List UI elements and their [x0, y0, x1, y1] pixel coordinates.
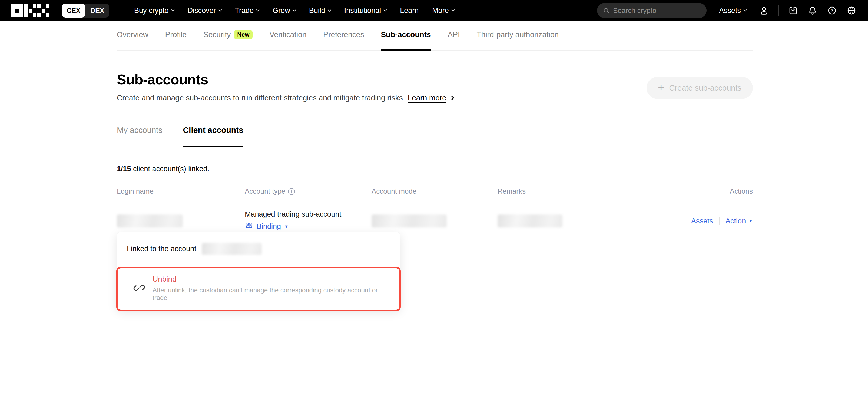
linked-account-row: Linked to the account: [117, 232, 400, 267]
cex-dex-toggle: CEX DEX: [62, 3, 109, 18]
info-icon[interactable]: i: [288, 188, 295, 195]
header-divider: [122, 5, 122, 16]
tab-client-accounts[interactable]: Client accounts: [183, 125, 243, 147]
col-account-mode: Account mode: [372, 187, 498, 195]
toggle-dex[interactable]: DEX: [86, 3, 109, 18]
login-name-cell: [117, 215, 245, 227]
actions-cell: Assets Action ▼: [644, 217, 753, 225]
remarks-cell: [498, 215, 644, 227]
nav-institutional[interactable]: Institutional: [344, 6, 387, 15]
chevron-down-icon: [256, 8, 259, 12]
account-mode-cell: [372, 215, 498, 227]
help-icon[interactable]: ?: [827, 5, 837, 16]
col-login-name: Login name: [117, 187, 245, 195]
settings-tab-bar: Overview Profile Security New Verificati…: [117, 21, 753, 51]
tab-overview[interactable]: Overview: [117, 30, 149, 51]
tab-profile[interactable]: Profile: [165, 30, 187, 51]
table-row: Managed trading sub-account Binding ▼ As…: [117, 209, 753, 234]
tab-my-accounts[interactable]: My accounts: [117, 125, 162, 147]
tab-third-party-authorization[interactable]: Third-party authorization: [477, 30, 559, 51]
nav-discover[interactable]: Discover: [188, 6, 221, 15]
chevron-down-icon: [328, 8, 331, 12]
binding-dropdown-panel: Linked to the account Unbind After unlin…: [117, 232, 400, 309]
nav-build[interactable]: Build: [309, 6, 331, 15]
profile-icon[interactable]: [759, 5, 769, 16]
linked-count: 1/15 client account(s) linked.: [117, 165, 753, 173]
triangle-down-icon: ▼: [284, 224, 288, 229]
svg-text:?: ?: [831, 8, 833, 13]
binding-dropdown-trigger[interactable]: Binding ▼: [245, 221, 288, 232]
people-icon: [245, 221, 253, 232]
table-header-row: Login name Account type i Account mode R…: [117, 187, 753, 195]
unbind-menu-item[interactable]: Unbind After unlink, the custodian can't…: [116, 267, 401, 311]
settings-content: Overview Profile Security New Verificati…: [117, 21, 753, 234]
okx-logo-k: [24, 4, 36, 17]
toggle-cex[interactable]: CEX: [62, 3, 86, 18]
chevron-down-icon: [171, 8, 175, 12]
nav-more[interactable]: More: [432, 6, 454, 15]
header-divider: [778, 5, 779, 16]
nav-learn[interactable]: Learn: [400, 6, 418, 15]
chevron-down-icon: [218, 8, 222, 12]
unlink-icon: [133, 282, 146, 295]
unbind-description: After unlink, the custodian can't manage…: [153, 286, 391, 302]
col-actions: Actions: [644, 187, 753, 195]
nav-grow[interactable]: Grow: [273, 6, 296, 15]
chevron-down-icon: [743, 8, 747, 12]
unbind-label: Unbind: [153, 275, 391, 283]
tab-verification[interactable]: Verification: [269, 30, 306, 51]
nav-trade[interactable]: Trade: [235, 6, 259, 15]
header-right-cluster: Assets ?: [597, 3, 857, 18]
redacted-account-mode: [372, 215, 447, 227]
account-type-cell: Managed trading sub-account Binding ▼: [245, 210, 372, 232]
chevron-down-icon: [383, 8, 387, 12]
search-input[interactable]: [613, 6, 701, 15]
create-sub-accounts-button[interactable]: + Create sub-accounts: [647, 77, 753, 99]
new-badge: New: [234, 30, 253, 39]
col-account-type: Account type i: [245, 187, 372, 195]
col-remarks: Remarks: [498, 187, 644, 195]
page-header: Sub-accounts Create and manage sub-accou…: [117, 71, 753, 102]
notifications-bell-icon[interactable]: [807, 5, 818, 16]
chevron-down-icon: [451, 8, 455, 12]
okx-logo[interactable]: [11, 4, 49, 17]
tab-security[interactable]: Security New: [203, 30, 253, 51]
tab-preferences[interactable]: Preferences: [323, 30, 364, 51]
account-type-value: Managed trading sub-account: [245, 210, 372, 219]
download-app-icon[interactable]: [788, 5, 798, 16]
redacted-remarks: [498, 215, 562, 227]
actions-divider: [719, 217, 719, 225]
main-nav: Buy crypto Discover Trade Grow Build Ins…: [134, 6, 454, 15]
action-dropdown-trigger[interactable]: Action ▼: [725, 217, 753, 225]
assets-link[interactable]: Assets: [691, 217, 713, 225]
chevron-right-icon: [450, 96, 454, 100]
tab-sub-accounts[interactable]: Sub-accounts: [381, 30, 431, 51]
language-globe-icon[interactable]: [846, 5, 857, 16]
okx-logo-x: [37, 4, 49, 17]
learn-more-link[interactable]: Learn more: [408, 94, 446, 102]
chevron-down-icon: [292, 8, 296, 12]
search-icon: [603, 7, 610, 14]
redacted-login-name: [117, 215, 183, 227]
redacted-linked-account: [202, 243, 262, 255]
top-navigation-bar: CEX DEX Buy crypto Discover Trade Grow B…: [0, 0, 868, 21]
search-bar[interactable]: [597, 3, 707, 18]
account-tab-bar: My accounts Client accounts: [117, 125, 753, 147]
nav-buy-crypto[interactable]: Buy crypto: [134, 6, 174, 15]
assets-menu[interactable]: Assets: [719, 6, 746, 15]
tab-api[interactable]: API: [448, 30, 460, 51]
triangle-down-icon: ▼: [748, 219, 753, 223]
plus-icon: +: [658, 82, 664, 94]
okx-logo-o: [11, 4, 23, 17]
